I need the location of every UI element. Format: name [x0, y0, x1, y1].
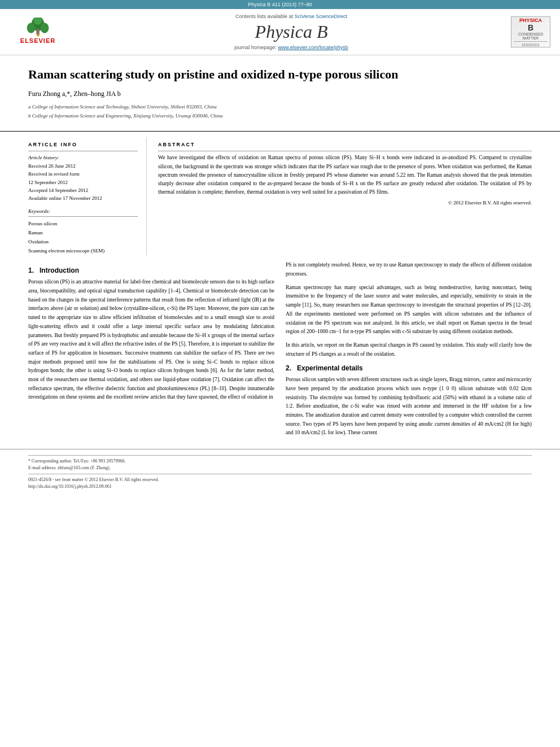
homepage-link[interactable]: www.elsevier.com/locate/physb: [278, 45, 348, 50]
header-center: Contents lists available at SciVerse Sci…: [80, 14, 502, 50]
section1-title: 1. Introduction: [28, 267, 274, 274]
two-col-section: ARTICLE INFO Article history: Received 2…: [0, 131, 560, 255]
badge-title: PHYSICA: [519, 18, 542, 23]
svg-rect-5: [36, 29, 40, 34]
badge-subtitle: B: [528, 23, 533, 32]
article-history: Article history: Received 26 June 2012 R…: [28, 154, 138, 202]
journal-title: Physica B: [255, 21, 328, 42]
physica-badge: PHYSICA B CONDENSED MATTER |||||||||||||…: [511, 16, 550, 47]
section1-right-p2: Raman spectroscopy has many special adva…: [286, 283, 532, 337]
history-label: Article history:: [28, 154, 138, 161]
issn-note: 0921-4526/$ - see front matter © 2012 El…: [28, 477, 532, 483]
abstract-divider: [158, 151, 532, 151]
footer-note-2: 0921-4526/$ - see front matter © 2012 El…: [28, 477, 532, 490]
corresponding-note: * Corresponding author. Tel./Fax: +86 99…: [28, 458, 532, 465]
footer-separator: [28, 455, 532, 456]
authors: Furu Zhong a,*, Zhen–hong JIA b: [28, 90, 532, 98]
divider-1: [28, 151, 138, 151]
keyword-4: Scanning electron microscope (SEM): [28, 246, 138, 255]
svg-point-3: [40, 23, 49, 33]
received-date: Received 26 June 2012: [28, 162, 138, 170]
badge-detail: CONDENSED MATTER: [511, 32, 550, 40]
sciverse-link[interactable]: SciVerse ScienceDirect: [295, 14, 348, 19]
keyword-1: Porous silicon: [28, 219, 138, 228]
elsevier-label: ELSEVIER: [20, 37, 55, 44]
footer-area: * Corresponding author. Tel./Fax: +86 99…: [0, 449, 560, 493]
abstract-text: We have investigated the effects of oxid…: [158, 154, 532, 196]
journal-header: ELSEVIER Contents lists available at Sci…: [0, 9, 560, 55]
keywords-label: Keywords:: [28, 208, 138, 214]
revised-label: Received in revised form: [28, 170, 138, 178]
copyright-line: © 2012 Elsevier B.V. All rights reserved…: [158, 200, 532, 206]
abstract-heading: ABSTRACT: [158, 142, 532, 147]
article-info-heading: ARTICLE INFO: [28, 142, 138, 147]
affiliation-b: b College of Information Science and Eng…: [28, 112, 532, 120]
section1-para: Porous silicon (PS) is an attractive mat…: [28, 278, 274, 401]
section1-right-p3: In this article, we report on the Raman …: [286, 341, 532, 359]
svg-point-2: [27, 23, 35, 33]
online-date: Available online 17 November 2012: [28, 194, 138, 202]
revised-date: 12 September 2012: [28, 178, 138, 186]
abstract-col: ABSTRACT We have investigated the effect…: [147, 137, 532, 255]
elsevier-tree-icon: [23, 18, 54, 37]
header-left: ELSEVIER: [7, 14, 75, 50]
top-bar: Physica B 411 (2013) 77–80: [0, 0, 560, 9]
section2-para: Porous silicon samples with seven differ…: [286, 375, 532, 438]
header-right: PHYSICA B CONDENSED MATTER |||||||||||||…: [508, 14, 553, 50]
body-area: 1. Introduction Porous silicon (PS) is a…: [0, 255, 560, 448]
email-note: E-mail address: zhfuru@163.com (F. Zhong…: [28, 465, 532, 471]
journal-citation: Physica B 411 (2013) 77–80: [248, 2, 312, 7]
footer-note-1: * Corresponding author. Tel./Fax: +86 99…: [28, 458, 532, 471]
affiliation-a: a College of Information Science and Tec…: [28, 103, 532, 111]
keywords-list: Porous silicon Raman Oxidation Scanning …: [28, 219, 138, 256]
footer-separator-2: [28, 474, 532, 474]
two-col-body: 1. Introduction Porous silicon (PS) is a…: [28, 261, 532, 437]
section2-title: 2. Experimental details: [286, 364, 532, 372]
page: Physica B 411 (2013) 77–80 ELSEVIER Cont…: [0, 0, 560, 747]
doi-note: http://dx.doi.org/10.1016/j.physb.2012.0…: [28, 483, 532, 490]
body-col-left: 1. Introduction Porous silicon (PS) is a…: [28, 261, 274, 437]
body-col-right: PS is not completely resolved. Hence, we…: [286, 261, 532, 437]
article-title: Raman scattering study on pristine and o…: [28, 67, 532, 83]
divider-2: [28, 216, 138, 217]
keyword-3: Oxidation: [28, 237, 138, 246]
article-header: Raman scattering study on pristine and o…: [0, 55, 560, 126]
section1-right-p1: PS is not completely resolved. Hence, we…: [286, 261, 532, 278]
journal-homepage: journal homepage: www.elsevier.com/locat…: [234, 45, 348, 50]
article-info-col: ARTICLE INFO Article history: Received 2…: [28, 137, 147, 255]
sciverse-text: Contents lists available at SciVerse Sci…: [235, 14, 347, 19]
accepted-date: Accepted 14 September 2012: [28, 186, 138, 194]
affiliations: a College of Information Science and Tec…: [28, 103, 532, 120]
keywords-section: Keywords: Porous silicon Raman Oxidation…: [28, 208, 138, 256]
keyword-2: Raman: [28, 228, 138, 237]
elsevier-logo: ELSEVIER: [7, 14, 69, 47]
